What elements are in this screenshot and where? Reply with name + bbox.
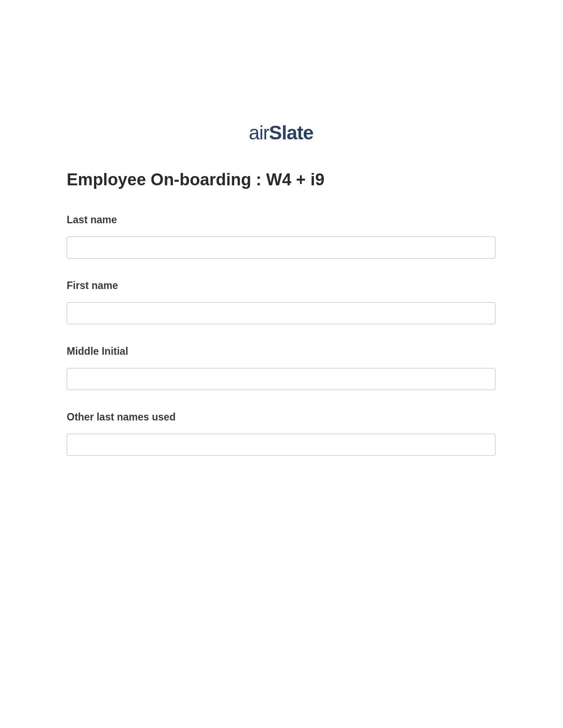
form-container: airSlate Employee On-boarding : W4 + i9 … xyxy=(67,170,495,477)
form-group-last-name: Last name xyxy=(67,214,495,259)
form-group-first-name: First name xyxy=(67,280,495,324)
logo-text-air: air xyxy=(249,122,269,143)
first-name-input[interactable] xyxy=(67,302,495,324)
middle-initial-input[interactable] xyxy=(67,368,495,390)
logo-text-slate: Slate xyxy=(269,122,313,143)
other-last-names-label: Other last names used xyxy=(67,411,495,423)
form-group-other-last-names: Other last names used xyxy=(67,411,495,456)
other-last-names-input[interactable] xyxy=(67,434,495,456)
last-name-label: Last name xyxy=(67,214,495,226)
form-group-middle-initial: Middle Initial xyxy=(67,345,495,390)
airslate-logo: airSlate xyxy=(249,122,313,144)
last-name-input[interactable] xyxy=(67,236,495,259)
first-name-label: First name xyxy=(67,280,495,292)
page-title: Employee On-boarding : W4 + i9 xyxy=(67,170,495,189)
middle-initial-label: Middle Initial xyxy=(67,345,495,357)
